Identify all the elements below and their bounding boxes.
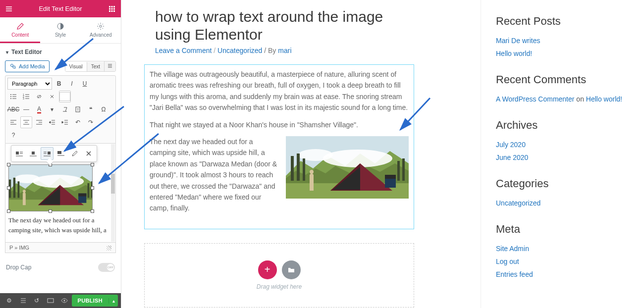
author-link[interactable]: mari (278, 47, 291, 54)
section-text-editor[interactable]: ▾ Text Editor (0, 44, 121, 60)
img-edit-button[interactable] (68, 147, 81, 160)
add-template-button[interactable] (282, 260, 301, 279)
img-align-center-button[interactable] (27, 147, 40, 160)
panel-body: ▾ Text Editor Add Media Visual Text (0, 44, 121, 293)
unlink-button[interactable] (46, 91, 58, 103)
caret-down-icon: ▾ (6, 50, 8, 55)
align-center-button[interactable] (20, 116, 32, 128)
redo-button[interactable]: ↷ (85, 116, 97, 128)
category-link[interactable]: Uncategorized (217, 47, 262, 54)
tab-content[interactable]: Content (0, 17, 40, 43)
publish-dropdown[interactable]: ▴ (108, 298, 118, 304)
comment-post-link[interactable]: Hello world! (586, 95, 622, 103)
resize-handle[interactable] (7, 163, 10, 166)
wrapped-image[interactable] (286, 136, 409, 199)
element-path[interactable]: P » IMG (9, 245, 29, 251)
commenter-link[interactable]: A WordPress Commenter (496, 95, 574, 103)
resize-handle[interactable] (49, 209, 52, 213)
archives-list: July 2020 June 2020 (496, 141, 629, 161)
editor-image-selected[interactable] (8, 164, 93, 211)
svg-point-22 (100, 25, 102, 27)
resize-handle[interactable] (7, 209, 10, 213)
font-color-dropdown[interactable]: ▾ (46, 103, 58, 115)
publish-button[interactable]: PUBLISH ▴ (72, 295, 118, 307)
leave-comment-link[interactable]: Leave a Comment (155, 47, 212, 54)
publish-label: PUBLISH (72, 298, 108, 304)
resize-handle[interactable] (91, 209, 94, 213)
format-select[interactable]: Paragraph (7, 78, 52, 90)
history-icon[interactable]: ↺ (30, 294, 43, 307)
link-button[interactable] (33, 91, 45, 103)
align-left-button[interactable] (7, 116, 19, 128)
recent-post-link[interactable]: Mari De writes (496, 37, 540, 45)
align-right-button[interactable] (33, 116, 45, 128)
meta-heading: Meta (496, 223, 629, 236)
bullet-list-button[interactable] (7, 91, 19, 103)
font-color-button[interactable]: A (33, 103, 45, 115)
text-editor-widget[interactable]: The village was outrageously beautiful, … (144, 64, 414, 229)
indent-button[interactable] (59, 116, 71, 128)
special-char-button[interactable]: Ω (98, 103, 109, 115)
paste-text-button[interactable]: T (72, 103, 84, 115)
tab-style[interactable]: Style (40, 17, 80, 43)
help-button[interactable]: ? (7, 129, 19, 141)
img-remove-button[interactable] (82, 147, 95, 160)
add-media-button[interactable]: Add Media (5, 60, 50, 72)
navigator-icon[interactable] (17, 294, 30, 307)
add-section-button[interactable]: + (258, 260, 277, 279)
underline-button[interactable]: U (79, 78, 91, 90)
tab-style-label: Style (55, 32, 66, 38)
add-media-label: Add Media (19, 63, 45, 69)
section-drop-zone[interactable]: + Drag widget here (144, 243, 414, 308)
svg-rect-36 (48, 299, 54, 303)
tab-advanced[interactable]: Advanced (81, 17, 121, 43)
svg-rect-18 (109, 10, 110, 12)
elementor-panel: Edit Text Editor Content Style Advanced … (0, 0, 121, 308)
img-align-left-button[interactable] (13, 147, 26, 160)
numbered-list-button[interactable]: 123 (20, 91, 32, 103)
settings-icon[interactable]: ⚙ (3, 294, 16, 307)
pencil-icon (16, 22, 24, 30)
archive-link[interactable]: July 2020 (496, 141, 526, 149)
tinymce-content[interactable]: The next day we headed out for a camping… (5, 144, 116, 243)
mode-visual[interactable]: Visual (65, 62, 87, 71)
responsive-icon[interactable] (44, 294, 57, 307)
mode-distraction-free[interactable] (104, 61, 115, 71)
resize-handle[interactable] (91, 186, 94, 190)
img-align-none-button[interactable] (54, 147, 67, 160)
italic-button[interactable]: I (66, 78, 78, 90)
meta-list: Site Admin Log out Entries feed (496, 245, 629, 278)
drop-cap-toggle[interactable]: OFF (98, 263, 115, 272)
outdent-button[interactable] (46, 116, 58, 128)
resize-grip[interactable] (107, 246, 111, 251)
hr-button[interactable]: — (20, 103, 32, 115)
meta-link[interactable]: Site Admin (496, 245, 529, 253)
tent-image (9, 165, 92, 211)
bold-button[interactable]: B (53, 78, 65, 90)
bars-icon (107, 63, 112, 68)
category-link[interactable]: Uncategorized (496, 199, 540, 207)
widgets-grid-icon[interactable] (107, 4, 117, 14)
undo-button[interactable]: ↶ (72, 116, 84, 128)
menu-icon[interactable] (4, 4, 14, 14)
archive-link[interactable]: June 2020 (496, 154, 528, 161)
resize-handle[interactable] (7, 186, 10, 190)
svg-rect-14 (113, 6, 115, 7)
editor-text-preview: The next day we headed out for a camping… (8, 215, 112, 235)
preview-icon[interactable] (58, 294, 71, 307)
media-icon (9, 63, 16, 70)
strikethrough-button[interactable]: ABC (7, 103, 19, 115)
clear-format-button[interactable] (59, 103, 71, 115)
img-align-right-button[interactable] (41, 147, 54, 160)
svg-rect-35 (57, 151, 61, 154)
recent-post-link[interactable]: Hello world! (496, 50, 532, 57)
blockquote-button[interactable]: ❝ (85, 103, 97, 115)
drop-cap-control: Drop Cap OFF (0, 256, 121, 279)
mode-text[interactable]: Text (87, 62, 104, 71)
meta-link[interactable]: Entries feed (496, 270, 533, 278)
resize-handle[interactable] (91, 163, 94, 166)
color-swatch (59, 92, 70, 101)
meta-link[interactable]: Log out (496, 257, 519, 265)
text-color-button[interactable] (59, 91, 71, 103)
editor-scrollbar[interactable] (111, 144, 115, 242)
